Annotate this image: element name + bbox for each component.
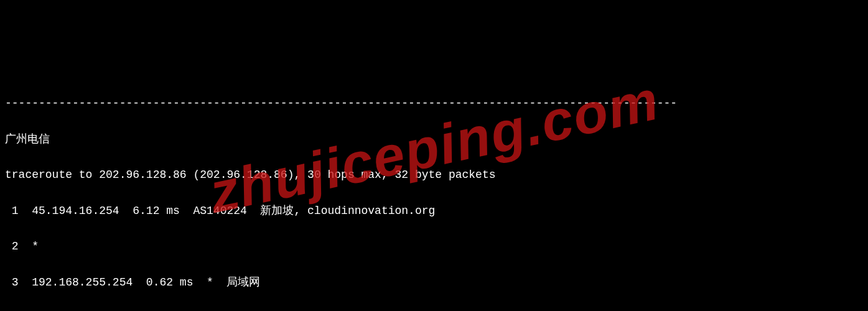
- traceroute-header: traceroute to 202.96.128.86 (202.96.128.…: [5, 166, 863, 184]
- hop-line: 3 192.168.255.254 0.62 ms * 局域网: [5, 274, 863, 292]
- terminal-output: ----------------------------------------…: [5, 77, 863, 311]
- title-line: 广州电信: [5, 131, 863, 149]
- hop-line: 1 45.194.16.254 6.12 ms AS140224 新加坡, cl…: [5, 202, 863, 220]
- divider-line: ----------------------------------------…: [5, 95, 863, 113]
- hop-line: 2 *: [5, 238, 863, 256]
